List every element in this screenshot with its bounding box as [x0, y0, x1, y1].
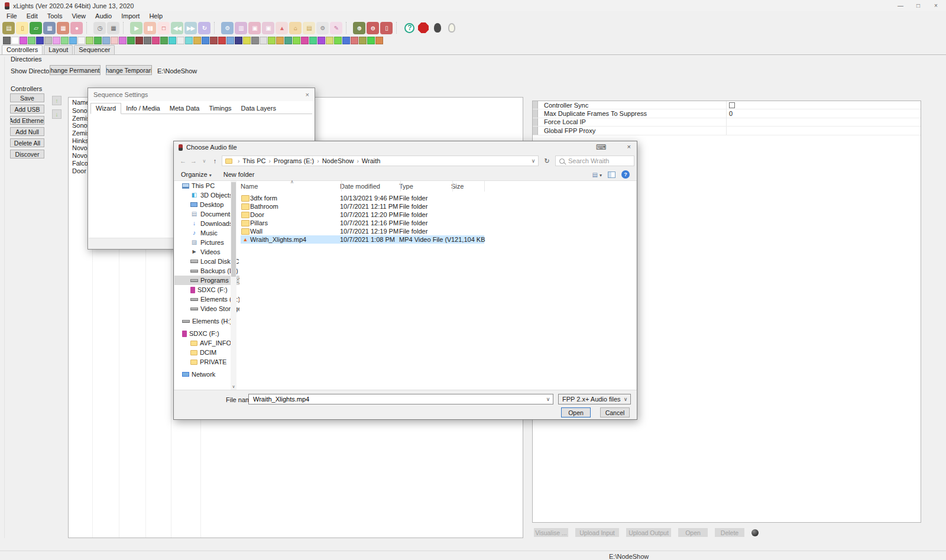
save-button[interactable]: Save [10, 93, 44, 102]
play-icon[interactable]: ▶ [130, 22, 142, 34]
effect-preset-icon[interactable] [94, 37, 102, 44]
nav-item-local-disk-c[interactable]: Local Disk (C:) [174, 257, 239, 266]
effect-preset-icon[interactable] [326, 37, 333, 44]
effect-preset-icon[interactable] [44, 37, 52, 44]
effect-preset-icon[interactable] [276, 37, 284, 44]
menu-item-file[interactable]: File [2, 12, 22, 20]
breadcrumb[interactable]: ›This PC›Programs (E:)›NodeShow›Wraith ∨ [222, 156, 539, 166]
house-preview-icon[interactable]: ⌂ [289, 22, 302, 34]
breadcrumb-dropdown-icon[interactable]: ∨ [529, 158, 538, 164]
scroll-down-icon[interactable]: ∨ [231, 384, 237, 389]
nav-item-videos[interactable]: Videos [174, 247, 239, 257]
pause-icon[interactable]: ▮▮ [144, 22, 156, 34]
menu-item-edit[interactable]: Edit [22, 12, 43, 20]
menu-item-tools[interactable]: Tools [43, 12, 67, 20]
effect-preset-icon[interactable] [36, 37, 44, 44]
nav-item-backups-d[interactable]: Backups (D:) [174, 266, 239, 276]
effect-preset-icon[interactable] [293, 37, 300, 44]
effect-preset-icon[interactable] [28, 37, 35, 44]
upload-input-button[interactable]: Upload Input [575, 528, 619, 537]
render-palette-icon[interactable]: ● [70, 22, 83, 34]
effect-preset-icon[interactable] [119, 37, 127, 44]
close-button[interactable]: × [927, 0, 945, 11]
change-permanently-button[interactable]: Change Permanently [50, 65, 101, 75]
open-button[interactable]: Open [561, 407, 591, 417]
sequence-settings-icon[interactable]: ⚙ [221, 22, 234, 34]
effect-preset-icon[interactable] [3, 37, 11, 44]
stop-icon[interactable]: □ [157, 22, 170, 34]
effect-preset-icon[interactable] [177, 37, 184, 44]
breadcrumb-item[interactable]: Programs (E:) [273, 157, 315, 164]
effect-preset-icon[interactable] [144, 37, 151, 44]
scrollbar-thumb[interactable] [231, 182, 236, 277]
zoom-out-icon[interactable]: ⊖ [367, 22, 379, 34]
property-row[interactable]: Controller Sync [533, 101, 921, 109]
show-directory-icon[interactable]: ▤ [2, 22, 15, 34]
seq-tab-data-layers[interactable]: Data Layers [237, 103, 281, 114]
nav-item-video-storage-p[interactable]: Video Storage (P [174, 304, 239, 313]
nav-item-this-pc[interactable]: This PC [174, 181, 239, 190]
tab-controllers[interactable]: Controllers [2, 45, 43, 54]
property-row[interactable]: Max Duplicate Frames To Suppress0 [533, 109, 921, 118]
chevron-down-icon[interactable]: ∨ [543, 396, 553, 402]
light-strings-icon[interactable]: ▥ [235, 22, 247, 34]
stop-now-icon[interactable] [418, 22, 429, 33]
effect-preset-icon[interactable] [375, 37, 383, 44]
rewind-icon[interactable]: ◀◀ [171, 22, 183, 34]
column-header-type[interactable]: Type [399, 183, 451, 190]
menu-item-help[interactable]: Help [144, 12, 167, 20]
nav-item-elements-h[interactable]: Elements (H:) [174, 316, 239, 326]
nav-item-elements-h[interactable]: Elements (H:) [174, 294, 239, 304]
nav-item-documents[interactable]: Documents [174, 209, 239, 219]
effect-preset-icon[interactable] [301, 37, 309, 44]
effect-preset-icon[interactable] [243, 37, 251, 44]
nav-item-programs-e[interactable]: Programs (E:) [174, 276, 239, 285]
effect-preset-icon[interactable] [260, 37, 267, 44]
file-type-combo[interactable]: FPP 2.x+ Audio files ∨ [558, 394, 631, 404]
checkbox[interactable] [729, 102, 735, 108]
effect-preset-icon[interactable] [318, 37, 325, 44]
delete-all-button[interactable]: Delete All [10, 138, 44, 147]
effect-preset-icon[interactable] [359, 37, 367, 44]
move-up-button[interactable]: ↑ [52, 96, 61, 105]
file-row-wraith-xlights-mp4[interactable]: ▲Wraith_Xlights.mp410/7/2021 1:08 PMMP4 … [241, 235, 484, 244]
effect-preset-icon[interactable] [11, 37, 19, 44]
effect-preset-icon[interactable] [127, 37, 135, 44]
effect-preset-icon[interactable] [334, 37, 342, 44]
delete-button[interactable]: Delete [715, 528, 744, 537]
seq-tab-meta-data[interactable]: Meta Data [165, 103, 205, 114]
schedule-icon[interactable]: ▦ [107, 22, 119, 34]
effect-preset-icon[interactable] [193, 37, 201, 44]
effect-preset-icon[interactable] [152, 37, 160, 44]
effect-preset-icon[interactable] [210, 37, 218, 44]
search-input[interactable]: Search Wraith [555, 156, 634, 166]
file-row-3dfx-form[interactable]: 3dfx form10/13/2021 9:46 PMFile folder [241, 194, 484, 202]
preview-pane-icon[interactable] [608, 171, 615, 178]
zoom-in-icon[interactable]: ⊕ [353, 22, 365, 34]
page-icon[interactable]: ▯ [380, 22, 393, 34]
column-header-size[interactable]: Size [451, 183, 483, 190]
layers-icon[interactable]: ▣ [248, 22, 261, 34]
effect-preset-icon[interactable] [351, 37, 358, 44]
lights-off-icon[interactable] [434, 23, 441, 33]
tab-layout[interactable]: Layout [44, 45, 73, 54]
nav-item-sdxc-f[interactable]: SDXC (F:) [174, 329, 239, 338]
seq-tab-timings[interactable]: Timings [204, 103, 236, 114]
save-as-icon[interactable]: ▦ [57, 22, 69, 34]
effect-preset-icon[interactable] [268, 37, 276, 44]
effect-preset-icon[interactable] [169, 37, 176, 44]
effect-preset-icon[interactable] [135, 37, 143, 44]
nav-item-downloads[interactable]: Downloads [174, 219, 239, 228]
add-usb-button[interactable]: Add USB [10, 105, 44, 114]
effect-preset-icon[interactable] [86, 37, 93, 44]
breadcrumb-item[interactable]: This PC [241, 157, 267, 164]
menu-item-import[interactable]: Import [116, 12, 144, 20]
effect-preset-icon[interactable] [226, 37, 234, 44]
clock-icon[interactable]: ◷ [93, 22, 106, 34]
file-name-input[interactable] [252, 395, 543, 403]
help-icon[interactable]: ? [404, 23, 414, 33]
change-temporarily-button[interactable]: Change Temporarily [106, 65, 152, 75]
nav-item-music[interactable]: Music [174, 228, 239, 238]
effect-preset-icon[interactable] [69, 37, 77, 44]
model-warning-icon[interactable]: ▲ [276, 22, 288, 34]
